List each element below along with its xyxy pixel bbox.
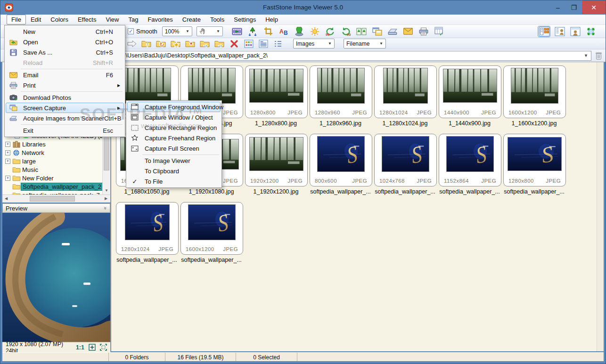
menu-item-email[interactable]: Email F6 <box>6 70 124 80</box>
tree-item[interactable]: + New Folder <box>2 174 110 182</box>
menu-colors[interactable]: Colors <box>46 15 73 24</box>
folder-up-button[interactable]: ↑ <box>140 39 152 49</box>
fullscreen-button[interactable] <box>584 26 597 37</box>
tree-item[interactable]: Softpedia_wallpaper_pack_2 <box>2 182 110 191</box>
copy-to-folder-button[interactable]: → <box>213 39 225 49</box>
expand-icon[interactable]: + <box>5 159 10 164</box>
menu-item-capture-freehand-region[interactable]: Capture Freehand Region <box>127 133 221 143</box>
menu-item-exit[interactable]: Exit Esc <box>6 125 124 136</box>
scroll-right-icon[interactable]: ▶ <box>102 195 110 202</box>
compare-button[interactable] <box>355 26 368 37</box>
collapse-chevron-icon[interactable]: » <box>103 207 108 210</box>
chevron-down-icon[interactable]: ▼ <box>581 53 591 58</box>
expand-icon[interactable]: + <box>5 150 10 155</box>
thumbnail-scrollbar[interactable] <box>597 62 604 351</box>
select-box-icon[interactable] <box>100 344 107 351</box>
expand-icon[interactable]: + <box>5 176 10 181</box>
scan-button[interactable] <box>386 26 399 37</box>
thumbnail-card[interactable]: 1280x960JPEG <box>310 65 372 118</box>
email-image-button[interactable] <box>402 26 415 37</box>
clone-stamp-button[interactable] <box>293 26 306 37</box>
thumbnail-card[interactable]: 1600x1200JPEG <box>503 65 566 118</box>
copy-image-button[interactable] <box>371 26 384 37</box>
thumbnail-card[interactable]: S 1024x768JPEG <box>374 134 437 186</box>
tree-item[interactable]: + Libraries <box>2 140 110 148</box>
hand-tool-select[interactable]: ▼ <box>197 26 223 36</box>
adjust-lighting-button[interactable] <box>309 26 321 37</box>
scrollbar-thumb[interactable] <box>30 196 75 202</box>
menu-file[interactable]: File <box>7 15 26 24</box>
address-combo[interactable]: C:\Users\BadJuju\Desktop\Softpedia_wallp… <box>116 51 591 61</box>
scroll-down-icon[interactable]: ▼ <box>103 187 110 194</box>
menu-item-reload[interactable]: Reload Shift+R <box>6 57 124 68</box>
thumbnail-card[interactable]: S 1152x864JPEG <box>439 134 501 186</box>
new-folder-button[interactable]: * <box>184 39 196 49</box>
folder-favorites-button[interactable]: ★ <box>170 39 181 49</box>
tree-item[interactable]: + large <box>2 157 110 165</box>
smooth-checkbox[interactable]: ✓ <box>128 28 134 34</box>
menu-item-capture-full-screen[interactable]: Capture Full Screen <box>127 143 221 154</box>
crop-button[interactable] <box>262 26 275 37</box>
preview-image[interactable] <box>2 213 110 342</box>
filter-select[interactable]: Images ▼ <box>293 39 335 49</box>
trash-button[interactable] <box>591 52 606 60</box>
one-to-one-label[interactable]: 1:1 <box>76 344 84 351</box>
full-preview-button[interactable] <box>569 26 581 37</box>
menu-item-print[interactable]: Print ▶ <box>6 80 124 90</box>
detail-view-button[interactable] <box>257 39 269 49</box>
maximize-button[interactable]: ❐ <box>566 0 582 14</box>
menu-item-acquire-images-from-scanner[interactable]: Acquire Images from Scanner Ctrl+B <box>6 113 124 123</box>
menu-item-capture-foreground-window[interactable]: Capture Foreground Window <box>127 102 221 112</box>
slideshow-button[interactable] <box>231 26 244 37</box>
menu-create[interactable]: Create <box>178 15 205 24</box>
minimize-button[interactable]: – <box>550 0 566 14</box>
tree-item[interactable]: softpedia_wallpaper_pack_7 <box>2 191 110 194</box>
thumbnail-card[interactable]: 1440x900JPEG <box>439 65 501 118</box>
resize-button[interactable] <box>246 26 259 37</box>
menu-tag[interactable]: Tag <box>123 15 143 24</box>
tree-horizontal-scrollbar[interactable]: ◀ ▶ <box>2 194 111 202</box>
delete-button[interactable] <box>228 39 240 49</box>
print-image-button[interactable] <box>418 26 430 37</box>
thumbnail-card[interactable]: 1280x1024JPEG <box>374 65 437 118</box>
close-button[interactable]: ✕ <box>582 0 606 14</box>
viewer-layout-button[interactable] <box>553 26 566 37</box>
scrollbar-thumb[interactable] <box>104 138 109 170</box>
menu-item-new[interactable]: New Ctrl+N <box>6 26 124 37</box>
thumbnail-card[interactable]: S 1280x800JPEG <box>503 134 566 186</box>
forward-button[interactable] <box>126 39 138 49</box>
thumbnail-card[interactable]: S 800x600JPEG <box>310 134 372 186</box>
menu-favorites[interactable]: Favorites <box>143 15 177 24</box>
browser-view-button[interactable] <box>538 26 550 37</box>
rotate-left-button[interactable]: 90 <box>324 26 337 37</box>
thumbnail-card[interactable]: 1280x800JPEG <box>245 65 308 118</box>
thumbnail-card[interactable]: S 1280x1024JPEG <box>116 202 179 255</box>
expand-icon[interactable]: + <box>5 142 10 147</box>
rotate-right-button[interactable]: 90 <box>340 26 352 37</box>
settings-check-button[interactable]: ✓ <box>433 26 446 37</box>
menu-edit[interactable]: Edit <box>26 15 46 24</box>
thumbnail-view-button[interactable] <box>243 39 254 49</box>
scroll-left-icon[interactable]: ◀ <box>2 195 10 202</box>
menu-effects[interactable]: Effects <box>73 15 101 24</box>
menu-item-capture-rectangle-region[interactable]: Capture Rectangle Region <box>127 122 221 133</box>
menu-settings[interactable]: Settings <box>229 15 261 24</box>
menu-item-to-clipboard[interactable]: To Clipboard <box>127 166 221 176</box>
menu-item-to-image-viewer[interactable]: To Image Viewer <box>127 155 221 166</box>
menu-help[interactable]: Help <box>261 15 283 24</box>
sort-select[interactable]: Filename ▼ <box>344 39 386 49</box>
thumbnail-card[interactable]: 1920x1200JPEG <box>245 134 308 186</box>
menu-item-download-photos[interactable]: Download Photos <box>6 92 124 103</box>
menu-item-save-as-[interactable]: Save As ... Ctrl+S <box>6 47 124 57</box>
thumbnail-card[interactable]: S 1600x1200JPEG <box>180 202 243 255</box>
folder-refresh-button[interactable]: ↻ <box>155 39 167 49</box>
menu-item-screen-capture[interactable]: Screen Capture ▶ <box>6 103 124 113</box>
move-to-folder-button[interactable]: → <box>199 39 211 49</box>
menu-item-to-file[interactable]: ✓ To File <box>127 176 221 186</box>
tree-item[interactable]: + Network <box>2 148 110 157</box>
list-view-button[interactable] <box>272 39 284 49</box>
menu-item-open[interactable]: Open Ctrl+O <box>6 37 124 47</box>
rename-button[interactable]: AB <box>278 26 290 37</box>
menu-tools[interactable]: Tools <box>205 15 229 24</box>
zoom-select[interactable]: 100% ▼ <box>162 26 192 36</box>
